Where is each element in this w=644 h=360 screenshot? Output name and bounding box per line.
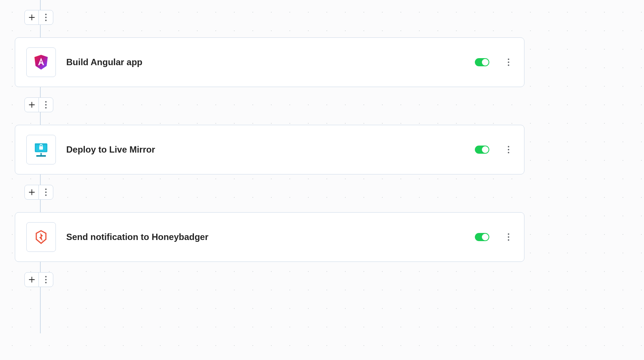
insert-more-button[interactable] (39, 273, 53, 287)
plus-icon (29, 277, 35, 283)
plus-icon (29, 102, 35, 108)
step-enabled-toggle[interactable] (475, 58, 489, 66)
step-enabled-toggle[interactable] (475, 233, 489, 241)
add-step-button[interactable] (25, 185, 39, 199)
plus-icon (29, 189, 35, 195)
step-more-button[interactable] (504, 145, 513, 154)
step-title: Deploy to Live Mirror (66, 144, 464, 155)
pipeline-step-card[interactable]: Deploy to Live Mirror (15, 125, 524, 174)
insert-more-button[interactable] (39, 98, 53, 112)
insert-step-group (24, 272, 53, 287)
step-icon-box (26, 135, 56, 164)
pipeline-canvas: Build Angular app (15, 0, 524, 287)
step-more-button[interactable] (504, 58, 513, 67)
add-step-button[interactable] (25, 273, 39, 287)
more-vertical-icon (45, 276, 47, 283)
honeybadger-icon (33, 229, 50, 246)
pipeline-step-card[interactable]: Build Angular app (15, 37, 524, 87)
insert-step-group (24, 97, 53, 112)
more-vertical-icon (508, 233, 509, 241)
svg-rect-4 (41, 153, 42, 155)
svg-rect-5 (36, 155, 46, 157)
more-vertical-icon (508, 59, 509, 66)
plus-icon (29, 14, 35, 20)
more-vertical-icon (508, 146, 509, 153)
sftp-secure-icon (31, 140, 51, 160)
step-icon-box (26, 47, 56, 77)
insert-more-button[interactable] (39, 185, 53, 199)
step-enabled-toggle[interactable] (475, 146, 489, 154)
pipeline-step-card[interactable]: Send notification to Honeybadger (15, 212, 524, 262)
insert-step-group (24, 185, 53, 200)
step-title: Build Angular app (66, 57, 464, 67)
svg-rect-3 (39, 146, 43, 150)
more-vertical-icon (45, 101, 47, 109)
add-step-button[interactable] (25, 10, 39, 24)
step-more-button[interactable] (504, 233, 513, 241)
more-vertical-icon (45, 189, 47, 196)
insert-more-button[interactable] (39, 10, 53, 24)
add-step-button[interactable] (25, 98, 39, 112)
more-vertical-icon (45, 14, 47, 21)
angular-icon (32, 53, 50, 71)
insert-step-group (24, 10, 53, 25)
step-icon-box (26, 222, 56, 252)
step-title: Send notification to Honeybadger (66, 232, 464, 242)
